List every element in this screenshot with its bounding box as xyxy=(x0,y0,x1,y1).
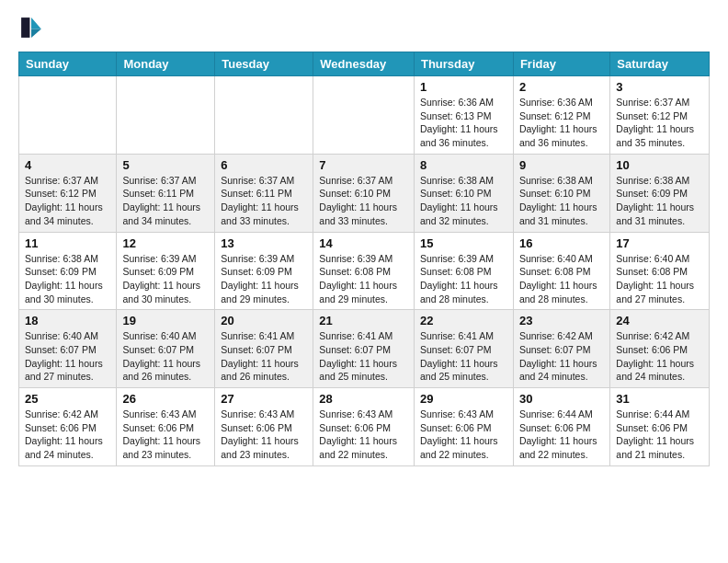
day-info: Sunrise: 6:36 AM Sunset: 6:13 PM Dayligh… xyxy=(420,96,507,150)
calendar-week-4: 18Sunrise: 6:40 AM Sunset: 6:07 PM Dayli… xyxy=(19,310,710,388)
day-info: Sunrise: 6:42 AM Sunset: 6:07 PM Dayligh… xyxy=(519,329,604,384)
calendar-cell: 17Sunrise: 6:40 AM Sunset: 6:08 PM Dayli… xyxy=(610,232,710,310)
day-info: Sunrise: 6:41 AM Sunset: 6:07 PM Dayligh… xyxy=(420,329,507,384)
day-number: 12 xyxy=(122,236,209,250)
calendar-cell: 3Sunrise: 6:37 AM Sunset: 6:12 PM Daylig… xyxy=(610,76,710,155)
calendar-cell: 12Sunrise: 6:39 AM Sunset: 6:09 PM Dayli… xyxy=(117,232,215,310)
day-number: 29 xyxy=(420,392,507,406)
calendar-header-row: SundayMondayTuesdayWednesdayThursdayFrid… xyxy=(19,52,710,76)
calendar-week-5: 25Sunrise: 6:42 AM Sunset: 6:06 PM Dayli… xyxy=(19,388,710,466)
col-header-friday: Friday xyxy=(513,52,609,76)
day-info: Sunrise: 6:39 AM Sunset: 6:08 PM Dayligh… xyxy=(420,252,507,306)
calendar-cell: 26Sunrise: 6:43 AM Sunset: 6:06 PM Dayli… xyxy=(117,388,215,466)
col-header-saturday: Saturday xyxy=(610,52,710,76)
calendar-cell: 16Sunrise: 6:40 AM Sunset: 6:08 PM Dayli… xyxy=(513,232,609,310)
day-number: 30 xyxy=(519,392,604,406)
calendar-cell: 6Sunrise: 6:37 AM Sunset: 6:11 PM Daylig… xyxy=(215,154,313,232)
day-number: 31 xyxy=(616,392,703,406)
calendar-cell: 24Sunrise: 6:42 AM Sunset: 6:06 PM Dayli… xyxy=(610,310,710,388)
calendar-cell: 15Sunrise: 6:39 AM Sunset: 6:08 PM Dayli… xyxy=(414,232,513,310)
col-header-monday: Monday xyxy=(117,52,215,76)
day-info: Sunrise: 6:40 AM Sunset: 6:08 PM Dayligh… xyxy=(519,252,604,306)
calendar-cell: 8Sunrise: 6:38 AM Sunset: 6:10 PM Daylig… xyxy=(414,154,513,232)
calendar-cell: 30Sunrise: 6:44 AM Sunset: 6:06 PM Dayli… xyxy=(513,388,609,466)
day-info: Sunrise: 6:43 AM Sunset: 6:06 PM Dayligh… xyxy=(221,408,307,462)
calendar-cell: 29Sunrise: 6:43 AM Sunset: 6:06 PM Dayli… xyxy=(414,388,513,466)
day-number: 10 xyxy=(616,158,703,172)
header xyxy=(18,15,710,40)
day-info: Sunrise: 6:43 AM Sunset: 6:06 PM Dayligh… xyxy=(420,408,507,462)
day-number: 22 xyxy=(420,314,507,327)
calendar-cell: 7Sunrise: 6:37 AM Sunset: 6:10 PM Daylig… xyxy=(313,154,415,232)
calendar-cell: 22Sunrise: 6:41 AM Sunset: 6:07 PM Dayli… xyxy=(414,310,513,388)
day-info: Sunrise: 6:43 AM Sunset: 6:06 PM Dayligh… xyxy=(319,408,408,462)
day-number: 26 xyxy=(122,392,209,406)
day-number: 9 xyxy=(519,158,604,172)
day-number: 25 xyxy=(25,392,110,406)
day-number: 5 xyxy=(122,158,209,172)
day-info: Sunrise: 6:44 AM Sunset: 6:06 PM Dayligh… xyxy=(519,408,604,462)
day-number: 2 xyxy=(519,80,604,94)
day-info: Sunrise: 6:37 AM Sunset: 6:12 PM Dayligh… xyxy=(616,96,703,150)
day-info: Sunrise: 6:41 AM Sunset: 6:07 PM Dayligh… xyxy=(319,329,408,384)
calendar-cell: 21Sunrise: 6:41 AM Sunset: 6:07 PM Dayli… xyxy=(313,310,415,388)
col-header-thursday: Thursday xyxy=(414,52,513,76)
day-number: 7 xyxy=(319,158,408,172)
day-number: 15 xyxy=(420,236,507,250)
calendar-cell: 1Sunrise: 6:36 AM Sunset: 6:13 PM Daylig… xyxy=(414,76,513,155)
page: SundayMondayTuesdayWednesdayThursdayFrid… xyxy=(0,0,728,481)
day-number: 23 xyxy=(519,314,604,327)
calendar-cell: 4Sunrise: 6:37 AM Sunset: 6:12 PM Daylig… xyxy=(19,154,117,232)
calendar-cell: 28Sunrise: 6:43 AM Sunset: 6:06 PM Dayli… xyxy=(313,388,415,466)
day-number: 20 xyxy=(221,314,307,327)
day-info: Sunrise: 6:38 AM Sunset: 6:09 PM Dayligh… xyxy=(616,174,703,228)
day-number: 24 xyxy=(616,314,703,327)
calendar-cell: 19Sunrise: 6:40 AM Sunset: 6:07 PM Dayli… xyxy=(117,310,215,388)
day-number: 21 xyxy=(319,314,408,327)
day-number: 4 xyxy=(25,158,110,172)
day-info: Sunrise: 6:40 AM Sunset: 6:07 PM Dayligh… xyxy=(122,329,209,384)
day-info: Sunrise: 6:40 AM Sunset: 6:08 PM Dayligh… xyxy=(616,252,703,306)
day-number: 13 xyxy=(221,236,307,250)
day-number: 6 xyxy=(221,158,307,172)
calendar-cell: 2Sunrise: 6:36 AM Sunset: 6:12 PM Daylig… xyxy=(513,76,609,155)
calendar-table: SundayMondayTuesdayWednesdayThursdayFrid… xyxy=(18,52,710,466)
calendar-cell: 11Sunrise: 6:38 AM Sunset: 6:09 PM Dayli… xyxy=(19,232,117,310)
calendar-cell: 10Sunrise: 6:38 AM Sunset: 6:09 PM Dayli… xyxy=(610,154,710,232)
calendar-cell: 5Sunrise: 6:37 AM Sunset: 6:11 PM Daylig… xyxy=(117,154,215,232)
day-info: Sunrise: 6:37 AM Sunset: 6:11 PM Dayligh… xyxy=(122,174,209,228)
day-info: Sunrise: 6:38 AM Sunset: 6:10 PM Dayligh… xyxy=(420,174,507,228)
col-header-wednesday: Wednesday xyxy=(313,52,415,76)
calendar-cell: 23Sunrise: 6:42 AM Sunset: 6:07 PM Dayli… xyxy=(513,310,609,388)
day-info: Sunrise: 6:43 AM Sunset: 6:06 PM Dayligh… xyxy=(122,408,209,462)
calendar-cell: 18Sunrise: 6:40 AM Sunset: 6:07 PM Dayli… xyxy=(19,310,117,388)
day-info: Sunrise: 6:37 AM Sunset: 6:10 PM Dayligh… xyxy=(319,174,408,228)
day-number: 28 xyxy=(319,392,408,406)
day-info: Sunrise: 6:38 AM Sunset: 6:10 PM Dayligh… xyxy=(519,174,604,228)
day-info: Sunrise: 6:39 AM Sunset: 6:08 PM Dayligh… xyxy=(319,252,408,306)
day-info: Sunrise: 6:38 AM Sunset: 6:09 PM Dayligh… xyxy=(25,252,110,306)
logo xyxy=(18,15,48,40)
calendar-cell: 31Sunrise: 6:44 AM Sunset: 6:06 PM Dayli… xyxy=(610,388,710,466)
day-info: Sunrise: 6:42 AM Sunset: 6:06 PM Dayligh… xyxy=(616,329,703,384)
day-info: Sunrise: 6:39 AM Sunset: 6:09 PM Dayligh… xyxy=(122,252,209,306)
day-info: Sunrise: 6:42 AM Sunset: 6:06 PM Dayligh… xyxy=(25,408,110,462)
day-number: 8 xyxy=(420,158,507,172)
day-number: 18 xyxy=(25,314,110,327)
calendar-cell: 13Sunrise: 6:39 AM Sunset: 6:09 PM Dayli… xyxy=(215,232,313,310)
logo-icon xyxy=(18,15,44,40)
day-number: 17 xyxy=(616,236,703,250)
calendar-cell: 25Sunrise: 6:42 AM Sunset: 6:06 PM Dayli… xyxy=(19,388,117,466)
day-info: Sunrise: 6:36 AM Sunset: 6:12 PM Dayligh… xyxy=(519,96,604,150)
calendar-week-3: 11Sunrise: 6:38 AM Sunset: 6:09 PM Dayli… xyxy=(19,232,710,310)
calendar-cell xyxy=(19,76,117,155)
day-number: 3 xyxy=(616,80,703,94)
day-number: 11 xyxy=(25,236,110,250)
svg-rect-2 xyxy=(21,17,29,38)
day-info: Sunrise: 6:37 AM Sunset: 6:12 PM Dayligh… xyxy=(25,174,110,228)
calendar-cell: 9Sunrise: 6:38 AM Sunset: 6:10 PM Daylig… xyxy=(513,154,609,232)
calendar-cell: 20Sunrise: 6:41 AM Sunset: 6:07 PM Dayli… xyxy=(215,310,313,388)
day-number: 19 xyxy=(122,314,209,327)
day-info: Sunrise: 6:37 AM Sunset: 6:11 PM Dayligh… xyxy=(221,174,307,228)
day-number: 27 xyxy=(221,392,307,406)
